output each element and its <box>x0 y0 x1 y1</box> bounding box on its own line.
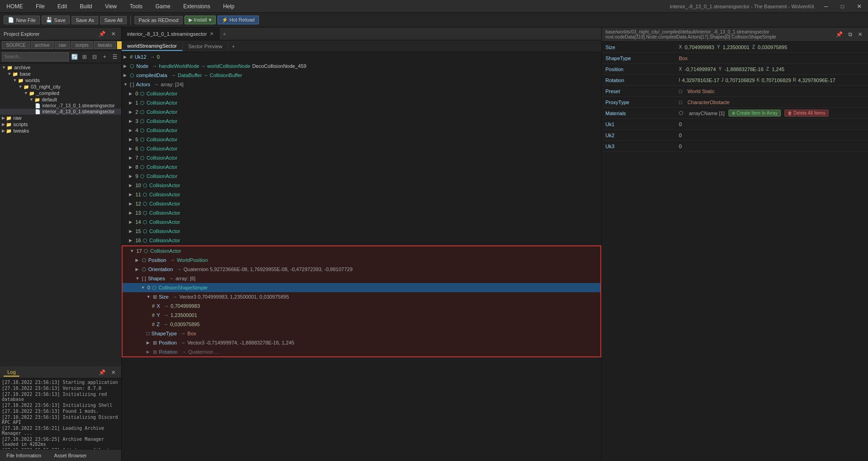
tree-item-base[interactable]: ▼ 📁 base <box>0 71 121 77</box>
tree-item-03nightcity[interactable]: ▼ 📁 03_night_city <box>0 83 121 90</box>
install-dropdown-icon[interactable]: ▾ <box>209 17 212 23</box>
tree-row-actor-2[interactable]: ▶ 2 ⬡ CollisionActor <box>122 107 601 117</box>
tree-item-file2[interactable]: 📄 interior_-8_13_0_1.streamingsector <box>0 109 121 115</box>
tree-row-actor-11[interactable]: ▶ 11 ⬡ CollisionActor <box>122 190 601 199</box>
menu-view[interactable]: View <box>102 2 120 11</box>
tree-row-actor-4[interactable]: ▶ 4 ⬡ CollisionActor <box>122 126 601 135</box>
rot-k-val[interactable]: 0,707106829 <box>762 78 791 83</box>
tree-row-actor-13[interactable]: ▶ 13 ⬡ CollisionActor <box>122 208 601 217</box>
tree-row-size-z[interactable]: # Z → 0,030975895 <box>123 320 600 329</box>
tree-row-size-y[interactable]: # Y → 1,23500001 <box>123 311 600 320</box>
source-tab-raw[interactable]: raw <box>55 41 70 49</box>
tree-item-file1[interactable]: 📄 interior_-7_13_0_1.streamingsector <box>0 103 121 109</box>
minimize-button[interactable]: ─ <box>821 2 831 11</box>
menu-file[interactable]: File <box>33 2 47 11</box>
rot-r-val[interactable]: 4,32978096E-17 <box>798 78 835 83</box>
delete-all-button[interactable]: 🗑 Delete All Items <box>784 110 829 117</box>
tree-item-compiled[interactable]: ▼ 📁 _compiled <box>0 90 121 96</box>
tree-add-button[interactable]: + <box>100 52 109 61</box>
pos-x-val[interactable]: -0,714999974 <box>685 67 716 72</box>
save-button[interactable]: 💾 Save <box>42 16 70 24</box>
tree-row-actor-8[interactable]: ▶ 8 ⬡ CollisionActor <box>122 162 601 172</box>
right-panel-float-button[interactable]: ⧉ <box>846 30 854 39</box>
tree-row-inner-position[interactable]: ▶ ⊞ Position → Vector3 -0,714999974, -1,… <box>123 338 600 347</box>
editor-tab-close[interactable]: ✕ <box>210 31 213 36</box>
hot-reload-button[interactable]: ⚡ Hot Reload <box>218 16 259 24</box>
menu-game[interactable]: Game <box>153 2 174 11</box>
tree-row-actor-6[interactable]: ▶ 6 ⬡ CollisionActor <box>122 144 601 153</box>
shapetype-val[interactable]: Box <box>679 56 688 61</box>
source-tab-tweaks[interactable]: tweaks <box>94 41 116 49</box>
rot-i-val[interactable]: 4,32978163E-17 <box>682 78 719 83</box>
tree-row-actor-17[interactable]: ▼ 17 ⬡ CollisionActor <box>123 246 600 255</box>
asset-browser-button[interactable]: Asset Browser <box>51 452 90 459</box>
sector-tab-add[interactable]: + <box>228 42 238 51</box>
tree-row-rotation[interactable]: ▶ ⊞ Rotation → Quaternion ... <box>123 347 600 356</box>
tree-row-node[interactable]: ▶ ⬡ Node → handleWorldNode → worldCollis… <box>122 61 601 71</box>
editor-tab-streaming[interactable]: interior_-8_13_0_1.streamingsector ✕ <box>122 28 219 40</box>
tree-row-actor-14[interactable]: ▶ 14 ⬡ CollisionActor <box>122 217 601 227</box>
tree-search-input[interactable] <box>2 52 69 61</box>
right-panel-close-button[interactable]: ✕ <box>856 30 864 39</box>
tree-row-actor-5[interactable]: ▶ 5 ⬡ CollisionActor <box>122 135 601 144</box>
tree-row-actor-1[interactable]: ▶ 1 ⬡ CollisionActor <box>122 98 601 107</box>
tree-row-actor-3[interactable]: ▶ 3 ⬡ CollisionActor <box>122 117 601 126</box>
save-as-button[interactable]: Save As <box>72 16 98 24</box>
pos-z-val[interactable]: 1,245 <box>772 67 784 72</box>
tree-row-compileddata[interactable]: ▶ ⬡ compiledData → DataBuffer → Collisio… <box>122 71 601 80</box>
menu-build[interactable]: Build <box>77 2 95 11</box>
tree-item-tweaks[interactable]: ▶ 📁 tweaks <box>0 128 121 134</box>
tree-row-actor-9[interactable]: ▶ 9 ⬡ CollisionActor <box>122 172 601 181</box>
tree-item-scripts[interactable]: ▶ 📁 scripts <box>0 121 121 128</box>
menu-home[interactable]: HOME <box>4 2 26 11</box>
panel-pin-button[interactable]: 📌 <box>97 30 107 38</box>
tree-menu-button[interactable]: ☰ <box>110 52 119 61</box>
tree-row-size-x[interactable]: # X → 0,704999983 <box>123 301 600 311</box>
size-y-val[interactable]: 1,23500001 <box>723 44 750 50</box>
tree-row-actors[interactable]: ▼ [ ] Actors → array: [24] <box>122 80 601 89</box>
new-file-button[interactable]: 📄 New File <box>4 16 40 24</box>
tree-collapse-button[interactable]: ⊟ <box>90 52 99 61</box>
tree-row-uk12[interactable]: ▶ # Uk12 → 0 <box>122 52 601 61</box>
file-info-button[interactable]: File Information <box>4 452 44 459</box>
install-button[interactable]: ▶ Install ▾ <box>185 16 216 24</box>
log-pin-button[interactable]: 📌 <box>97 368 107 377</box>
tree-row-shapes-17[interactable]: ▼ [ ] Shapes → array: [6] <box>123 274 600 283</box>
tree-row-actor-0[interactable]: ▶ 0 ⬡ CollisionActor <box>122 89 601 98</box>
tree-row-position-17[interactable]: ▶ ⬡ Position → WorldPosition <box>123 255 600 265</box>
tree-refresh-button[interactable]: 🔄 <box>70 52 79 61</box>
menu-tools[interactable]: Tools <box>127 2 146 11</box>
tree-row-actor-15[interactable]: ▶ 15 ⬡ CollisionActor <box>122 227 601 236</box>
preset-val[interactable]: World Static <box>688 89 715 94</box>
size-z-val[interactable]: 0,030975895 <box>758 44 787 50</box>
source-tab-source[interactable]: SOURCE <box>2 41 30 49</box>
tree-row-size[interactable]: ▼ ⊞ Size → Vector3 0,704999983, 1,235000… <box>123 292 600 301</box>
tree-row-shapetype[interactable]: □ ShapeType → Box <box>123 329 600 338</box>
rot-j-val[interactable]: 0,707106829 <box>725 78 755 83</box>
uk1-val[interactable]: 0 <box>679 122 682 127</box>
tree-item-archive[interactable]: ▼ 📁 archive <box>0 64 121 71</box>
pack-redmod-button[interactable]: Pack as REDmod <box>134 16 183 24</box>
menu-extensions[interactable]: Extensions <box>180 2 213 11</box>
tree-row-orientation-17[interactable]: ▶ ⬡ Orientation → Quaternion 5,92723666E… <box>123 265 600 274</box>
sector-tab-preview[interactable]: Sector Preview <box>183 42 228 50</box>
tree-row-collisionshape-0[interactable]: ▼ 0 ⬡ CollisionShapeSimple <box>123 283 600 292</box>
tree-expand-button[interactable]: ⊞ <box>80 52 89 61</box>
size-x-val[interactable]: 0,704999983 <box>685 44 714 50</box>
tree-row-actor-10[interactable]: ▶ 10 ⬡ CollisionActor <box>122 181 601 190</box>
tree-row-actor-7[interactable]: ▶ 7 ⬡ CollisionActor <box>122 153 601 162</box>
tree-row-actor-16[interactable]: ▶ 16 ⬡ CollisionActor <box>122 236 601 245</box>
tree-item-worlds[interactable]: ▼ 📁 worlds <box>0 77 121 83</box>
close-button[interactable]: ✕ <box>854 2 864 11</box>
save-all-button[interactable]: Save All <box>100 16 127 24</box>
create-item-button[interactable]: ⊕ Create Item In Array <box>728 110 781 117</box>
maximize-button[interactable]: □ <box>838 2 847 11</box>
menu-edit[interactable]: Edit <box>55 2 70 11</box>
uk3-val[interactable]: 0 <box>679 144 682 149</box>
menu-help[interactable]: Help <box>220 2 237 11</box>
panel-close-button[interactable]: ✕ <box>109 30 118 38</box>
right-panel-pin-button[interactable]: 📌 <box>834 30 845 39</box>
pos-y-val[interactable]: -1,88883278E-16 <box>724 67 763 72</box>
tree-row-actor-12[interactable]: ▶ 12 ⬡ CollisionActor <box>122 199 601 208</box>
sector-tab-worldstreaming[interactable]: worldStreamingSector <box>122 42 183 51</box>
